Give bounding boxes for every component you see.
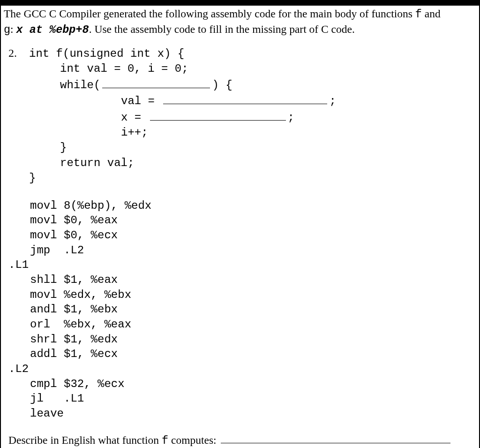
asm-line-13: leave [30,406,472,421]
code-line-5: x = ; [8,109,472,125]
code-text-9: } [29,171,36,186]
code-line-1: 2.int f(unsigned int x) { [8,46,472,61]
intro-x: x [16,23,23,36]
describe-text-2: computes: [168,433,219,446]
intro-gcc: GCC [23,8,46,20]
intro-at: at [23,23,49,36]
code-text-8: return val; [60,156,134,171]
document-content: The GCC C Compiler generated the followi… [0,6,480,448]
describe-text-1: Describe in English what function [8,433,162,446]
intro-g: g [4,23,10,36]
code-text-3a: while( [60,78,100,93]
asm-line-4: jmp .L2 [30,243,472,258]
code-text-7: } [60,140,67,155]
code-text-3b: ) { [212,78,232,93]
asm-line-8: orl %ebx, %eax [30,317,472,332]
intro-text-2: C Compiler generated the following assem… [46,8,415,20]
intro-text-5: . Use the assembly code to fill in the m… [89,23,355,35]
describe-prompt: Describe in English what function f comp… [2,421,478,448]
intro-text-1: The [4,8,23,20]
code-line-2: int val = 0, i = 0; [8,61,472,76]
asm-label-l2: .L2 [8,362,472,377]
blank-x-assign[interactable] [150,109,286,121]
asm-line-3: movl $0, %ecx [30,228,472,243]
top-black-bar [0,0,480,6]
c-code-block: 2.int f(unsigned int x) { int val = 0, i… [2,41,478,186]
code-text-4a: val = [121,94,161,109]
code-text-5b: ; [288,110,294,125]
asm-line-7: andl $1, %ebx [30,302,472,317]
code-line-7: } [8,140,472,155]
intro-ebp: %ebp+8 [49,23,89,36]
code-text-5a: x = [121,110,148,125]
code-text-1: int f(unsigned int x) { [29,46,184,61]
code-line-3: while() { [8,77,472,93]
asm-line-1: movl 8(%ebp), %edx [30,198,472,213]
asm-line-11: cmpl $32, %ecx [30,377,472,392]
intro-text-3: and [422,8,441,20]
asm-line-12: jl .L1 [30,391,472,406]
asm-line-6: movl %edx, %ebx [30,288,472,303]
code-line-4: val = ; [8,93,472,109]
assembly-block: movl 8(%ebp), %edx movl $0, %eax movl $0… [2,186,478,421]
question-number: 2. [8,46,29,61]
code-text-4b: ; [329,94,336,109]
blank-val-assign[interactable] [163,93,327,104]
intro-paragraph: The GCC C Compiler generated the followi… [2,6,478,41]
code-text-6: i++; [121,125,148,140]
blank-while-condition[interactable] [102,77,210,88]
code-line-8: return val; [8,156,472,171]
asm-line-9: shrl $1, %edx [30,332,472,347]
asm-line-5: shll $1, %eax [30,273,472,288]
asm-line-10: addl $1, %ecx [30,347,472,362]
asm-line-2: movl $0, %eax [30,213,472,228]
code-text-2: int val = 0, i = 0; [60,61,188,76]
intro-f: f [415,8,422,21]
blank-describe[interactable] [221,433,450,444]
code-line-6: i++; [8,125,472,140]
code-line-9: } [8,171,472,186]
intro-text-4: : [10,23,16,35]
describe-f: f [162,434,168,447]
asm-label-l1: .L1 [8,258,472,273]
